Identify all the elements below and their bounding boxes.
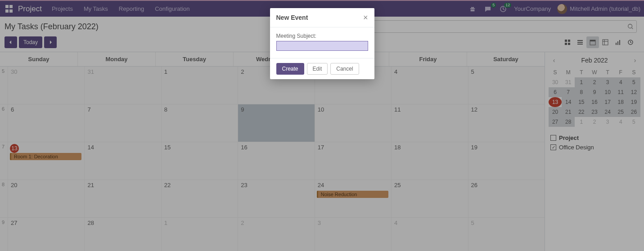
meeting-subject-label: Meeting Subject: [276, 33, 368, 39]
create-button[interactable]: Create [276, 63, 304, 75]
cancel-button[interactable]: Cancel [330, 63, 359, 75]
modal-title: New Event [276, 14, 308, 21]
meeting-subject-input[interactable] [276, 41, 368, 51]
modal-overlay[interactable]: New Event × Meeting Subject: Create Edit… [0, 0, 644, 251]
close-icon[interactable]: × [363, 13, 368, 22]
edit-button[interactable]: Edit [307, 63, 328, 75]
new-event-modal: New Event × Meeting Subject: Create Edit… [270, 8, 374, 79]
